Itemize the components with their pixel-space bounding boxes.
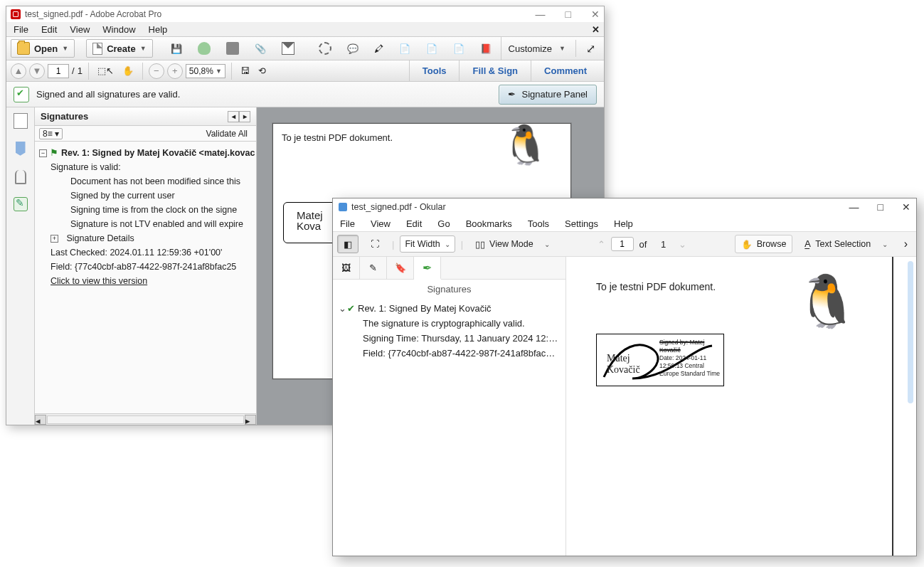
sig-details-label[interactable]: Signature Details <box>66 231 134 245</box>
page-number-input[interactable] <box>48 64 69 78</box>
zoom-mode-select[interactable]: Fit Width⌄ <box>400 235 455 253</box>
menu-tools[interactable]: Tools <box>528 218 549 229</box>
collapse-icon[interactable]: − <box>39 149 47 157</box>
menu-edit[interactable]: Edit <box>406 218 422 229</box>
page-number-input[interactable] <box>611 237 634 251</box>
print-button[interactable] <box>220 39 245 58</box>
zoom-out-button[interactable]: − <box>149 63 164 79</box>
menu-bookmarks[interactable]: Bookmarks <box>466 218 512 229</box>
fullscreen-button[interactable]: ⤢ <box>586 42 595 55</box>
panel-next-button[interactable]: ▸ <box>239 111 250 122</box>
page-edge <box>892 257 893 556</box>
text-selection-button[interactable]: A̲ Text Selection ⌄ <box>798 235 893 253</box>
acrobat-nav-strip <box>6 107 35 425</box>
sig-detail-line: Signed by the current user <box>70 189 175 203</box>
mail-icon <box>282 42 294 55</box>
expand-icon[interactable]: + <box>51 235 58 243</box>
thumbnails-tab[interactable]: 🖼 <box>333 257 360 279</box>
redact-button[interactable]: 📕 <box>474 39 498 58</box>
more-button[interactable]: › <box>900 238 912 250</box>
close-button[interactable]: ✕ <box>902 201 910 213</box>
thumbnails-icon[interactable] <box>14 113 28 129</box>
sign-button[interactable]: 📄 <box>447 39 471 58</box>
select-area-button[interactable]: ⛶ <box>364 235 386 253</box>
menu-file[interactable]: File <box>340 218 355 229</box>
next-page-button[interactable]: ⌄ <box>679 239 686 250</box>
menu-view[interactable]: View <box>371 218 391 229</box>
hand-tool-button[interactable]: ✋ <box>120 65 137 76</box>
minimize-button[interactable]: — <box>849 201 859 213</box>
signature-panel-button[interactable]: ✒ Signature Panel <box>499 85 597 105</box>
attachments-icon[interactable] <box>15 170 26 184</box>
maximize-button[interactable]: □ <box>878 201 883 213</box>
okular-titlebar: test_signed.pdf - Okular — □ ✕ <box>333 198 916 216</box>
open-label: Open <box>34 43 58 54</box>
minimize-button[interactable]: — <box>536 9 546 20</box>
bookmarks-icon[interactable] <box>16 142 26 157</box>
acrobat-titlebar: test_signed.pdf - Adobe Acrobat Pro — □ … <box>6 6 604 22</box>
view-version-link[interactable]: Click to view this version <box>51 274 147 288</box>
tools-tab[interactable]: Tools <box>409 60 460 81</box>
signature-icon: ✒ <box>423 261 432 275</box>
acrobat-title: test_signed.pdf - Adobe Acrobat Pro <box>25 9 161 19</box>
signature-field[interactable]: MatejKovačič Signed by: Matej Kovačič Da… <box>596 334 724 386</box>
chevron-down-icon: ▼ <box>140 45 147 52</box>
zoom-in-button[interactable]: + <box>167 63 183 79</box>
open-button[interactable]: Open ▼ <box>11 39 75 58</box>
panel-hscrollbar[interactable]: ◂▸ <box>35 413 256 425</box>
attach-button[interactable]: 📄 <box>420 39 444 58</box>
settings-button[interactable] <box>312 39 338 58</box>
signatures-tab[interactable]: ✒ <box>414 257 441 280</box>
menu-help[interactable]: Help <box>614 218 633 229</box>
menu-view[interactable]: View <box>70 24 90 35</box>
customize-button[interactable]: Customize <box>509 43 552 54</box>
rotate-button[interactable]: ⟲ <box>255 65 269 76</box>
create-button[interactable]: Create ▼ <box>86 39 152 58</box>
menu-settings[interactable]: Settings <box>565 218 598 229</box>
signature-rev[interactable]: Rev. 1: Signed By Matej Kovačič <box>358 303 492 314</box>
zoom-level-select[interactable]: 50,8%▼ <box>186 64 225 78</box>
fill-sign-tab[interactable]: Fill & Sign <box>459 60 531 81</box>
tux-penguin-icon: 🐧 <box>501 122 549 167</box>
panel-options-button[interactable]: 8≡ ▾ <box>39 128 63 139</box>
bookmarks-tab[interactable]: 🔖 <box>387 257 414 279</box>
chevron-down-icon: ▼ <box>559 45 565 52</box>
menu-go[interactable]: Go <box>437 218 450 229</box>
toggle-sidebar-button[interactable]: ◧ <box>337 235 359 253</box>
highlight-button[interactable]: 🖍 <box>368 39 390 58</box>
pen-icon: ✒ <box>508 89 516 100</box>
comment-tool-button[interactable]: 💬 <box>341 39 365 58</box>
prev-page-button[interactable]: ⌃ <box>598 239 605 250</box>
view-mode-button[interactable]: ▯▯ View Mode ⌄ <box>469 235 556 253</box>
chevron-down-icon: ▼ <box>62 45 68 52</box>
close-button[interactable]: ✕ <box>591 9 600 20</box>
doc-close-button[interactable]: ✕ <box>592 24 600 35</box>
maximize-button[interactable]: □ <box>565 9 571 20</box>
save-copy-button[interactable]: 🖫 <box>238 65 253 76</box>
page-down-button[interactable]: ▼ <box>29 63 45 79</box>
hand-icon: ✋ <box>741 239 753 250</box>
vertical-scrollbar[interactable] <box>908 261 913 403</box>
stamp-button[interactable]: 📄 <box>393 39 417 58</box>
chevron-down-icon[interactable]: ⌄ <box>339 301 347 316</box>
save-button[interactable]: 💾 <box>164 39 188 58</box>
signature-rev-line[interactable]: Rev. 1: Signed by Matej Kovačič <matej.k… <box>61 146 255 160</box>
signatures-nav-icon[interactable] <box>14 197 28 211</box>
validate-all-button[interactable]: Validate All <box>206 129 252 139</box>
menu-help[interactable]: Help <box>149 24 168 35</box>
email-button[interactable] <box>275 39 301 58</box>
menu-window[interactable]: Window <box>102 24 135 35</box>
page-icon <box>92 43 102 55</box>
share-button[interactable]: 📎 <box>248 39 272 58</box>
panel-prev-button[interactable]: ◂ <box>228 111 239 122</box>
columns-icon: ▯▯ <box>475 239 485 250</box>
menu-edit[interactable]: Edit <box>41 24 57 35</box>
page-up-button[interactable]: ▲ <box>11 63 26 79</box>
comment-tab[interactable]: Comment <box>531 60 600 81</box>
export-button[interactable] <box>191 39 217 58</box>
select-tool-button[interactable]: ⬚↖ <box>95 65 117 76</box>
browse-tool-button[interactable]: ✋ Browse <box>735 235 793 253</box>
okular-document-area[interactable]: To je testni PDF dokument. 🐧 MatejKovači… <box>566 257 916 556</box>
menu-file[interactable]: File <box>14 24 28 35</box>
annotations-tab[interactable]: ✎ <box>360 257 387 279</box>
